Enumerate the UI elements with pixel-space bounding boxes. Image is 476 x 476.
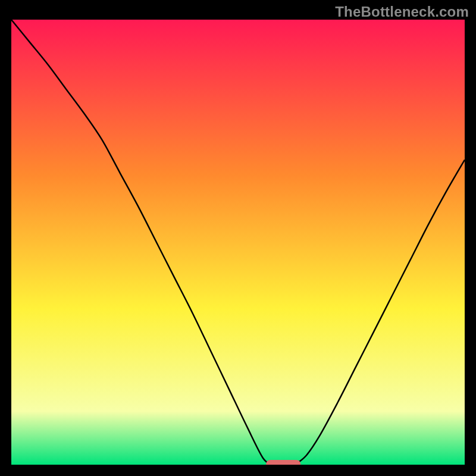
optimal-marker [266, 460, 300, 465]
plot-area [11, 20, 465, 465]
chart-frame: TheBottleneck.com [0, 0, 476, 476]
bottleneck-chart [11, 20, 465, 465]
watermark-text: TheBottleneck.com [335, 4, 469, 20]
gradient-background [11, 20, 465, 465]
